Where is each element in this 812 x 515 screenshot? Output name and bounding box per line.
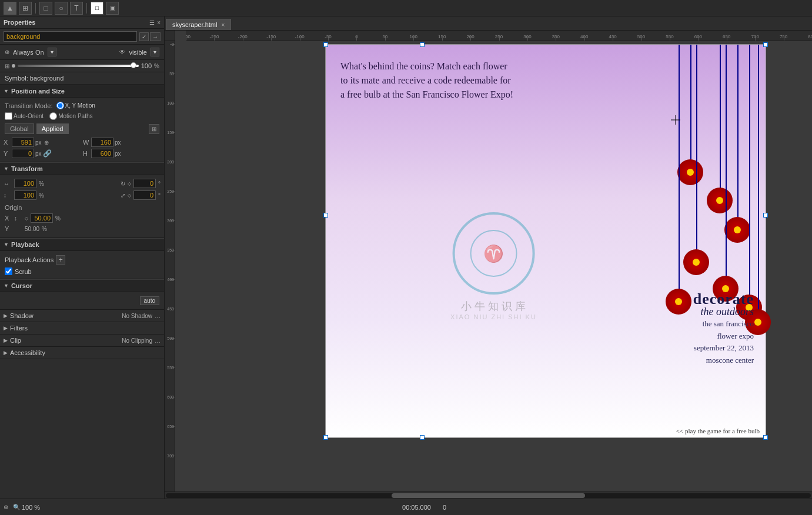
motion-paths-option[interactable]: Motion Paths [49, 112, 92, 120]
opacity-slider-thumb [131, 62, 136, 68]
panel-menu-icon[interactable]: ☰ [149, 19, 155, 26]
clip-expand[interactable]: … [155, 337, 161, 344]
stage-content-text: What's behind the coins? Match each flow… [340, 59, 517, 102]
x-constraint: ⊕ [44, 139, 49, 146]
tab-bar: skyscraper.html × [165, 16, 812, 31]
transform-arrow: ▼ [4, 166, 9, 172]
status-bar: ⊕ 🔍 100 % 00:05.000 0 [0, 499, 812, 515]
symbol-row: Symbol: background [0, 72, 164, 85]
y-input[interactable] [12, 149, 34, 158]
play-game-text: << play the game for a free bulb [676, 427, 760, 434]
cursor-auto-btn[interactable]: auto [140, 296, 159, 305]
x-input[interactable] [12, 138, 34, 147]
playback-header[interactable]: ▼ Playback [0, 238, 164, 251]
symbol-value: background [30, 75, 64, 82]
top-ruler: -300-250-200-150-100-5005010015020025030… [186, 31, 812, 41]
origin-x-label: X [5, 215, 12, 222]
rotate-deg: ° [158, 180, 161, 187]
sel-handle-br[interactable] [763, 435, 768, 440]
properties-panel: Properties ☰ × ✓ → ⊕ Always On ▾ 👁 visib… [0, 16, 165, 499]
zoom-icon[interactable]: 🔍 [13, 504, 20, 510]
visible-dropdown[interactable]: ▾ [151, 48, 159, 56]
sel-handle-tm[interactable] [420, 42, 425, 47]
h-scrollbar[interactable] [165, 491, 812, 499]
ellipse-tool[interactable]: ○ [55, 2, 68, 15]
clip-row[interactable]: ▶ Clip No Clipping … [0, 335, 164, 347]
sel-handle-bm[interactable] [420, 435, 425, 440]
canvas-tab-skyscraper[interactable]: skyscraper.html × [166, 19, 231, 30]
cursor-title: Cursor [11, 282, 32, 289]
select-tool[interactable]: ▲ [4, 2, 16, 15]
cursor-header[interactable]: ▼ Cursor [0, 279, 164, 292]
rotate-input[interactable] [133, 179, 156, 188]
flower-center-1 [687, 169, 694, 176]
clip-title: Clip [10, 337, 21, 344]
canvas-scroll[interactable]: 0501001502002503003504004505005506006507… [165, 41, 812, 491]
skew-input[interactable] [133, 190, 156, 200]
symbol-check-btn[interactable]: ✓ [139, 32, 149, 41]
filters-arrow: ▶ [4, 325, 8, 331]
global-tab[interactable]: Global [5, 123, 34, 134]
flower-center-7 [675, 298, 682, 305]
scale-x-input[interactable] [14, 179, 36, 188]
shape1[interactable]: □ [91, 2, 103, 15]
sel-handle-tr[interactable] [763, 42, 768, 47]
add-playback-action-btn[interactable]: + [56, 255, 65, 265]
canvas-inner[interactable]: What's behind the coins? Match each flow… [175, 41, 812, 491]
panel-close-icon[interactable]: × [157, 19, 161, 26]
hanging-line-1 [690, 45, 691, 168]
symbol-arrow-btn[interactable]: → [150, 32, 161, 41]
grid-tool[interactable]: ⊞ [19, 2, 32, 15]
always-on-dropdown[interactable]: ▾ [48, 48, 56, 56]
y-unit: px [35, 151, 42, 157]
sel-handle-tl[interactable] [323, 42, 328, 47]
origin-x-input[interactable] [31, 213, 53, 223]
canvas-area: skyscraper.html × -300-250-200-150-100-5… [165, 16, 812, 499]
sel-handle-bl[interactable] [323, 435, 328, 440]
shadow-expand[interactable]: … [155, 313, 161, 319]
scale-y-input[interactable] [14, 190, 36, 200]
origin-section: Origin X ↕ ◇ % Y 50.00 % [4, 201, 161, 235]
tab-extra-btn[interactable]: ⊞ [149, 124, 159, 134]
transform-title: Transform [11, 165, 43, 172]
toolbar: ▲ ⊞ □ ○ T □ ▣ [0, 0, 812, 16]
accessibility-row[interactable]: ▶ Accessibility [0, 347, 164, 359]
clip-arrow: ▶ [4, 337, 8, 343]
filters-row[interactable]: ▶ Filters [0, 322, 164, 335]
scrub-checkbox[interactable] [5, 267, 12, 275]
shadow-title: Shadow [10, 312, 34, 319]
filters-title: Filters [10, 325, 28, 332]
opacity-slider[interactable] [18, 65, 139, 67]
shadow-row[interactable]: ▶ Shadow No Shadow … [0, 310, 164, 322]
main-layout: Properties ☰ × ✓ → ⊕ Always On ▾ 👁 visib… [0, 16, 812, 499]
scrollbar-thumb[interactable] [392, 493, 585, 498]
skew-icon: ⤢ [121, 192, 125, 199]
rect-tool[interactable]: □ [39, 2, 52, 15]
scrub-row: Scrub [4, 266, 161, 276]
time-value: 00:05.000 [402, 504, 431, 511]
xy-motion-option[interactable]: X, Y Motion [56, 102, 95, 109]
w-input[interactable] [91, 138, 113, 147]
shape2[interactable]: ▣ [106, 2, 119, 15]
applied-tab[interactable]: Applied [36, 123, 69, 134]
cursor-content: auto [0, 292, 164, 310]
scrollbar-track[interactable] [166, 493, 811, 498]
position-size-header[interactable]: ▼ Position and Size [0, 85, 164, 98]
stage[interactable]: What's behind the coins? Match each flow… [325, 44, 766, 438]
text-tool[interactable]: T [70, 2, 83, 15]
position-size-arrow: ▼ [4, 88, 9, 94]
accessibility-arrow: ▶ [4, 350, 8, 356]
origin-label: Origin [5, 203, 159, 212]
opacity-dot [12, 64, 15, 68]
transform-header[interactable]: ▼ Transform [0, 162, 164, 175]
status-crosshair-icon[interactable]: ⊕ [4, 504, 8, 510]
expo-line1: the san francisco [693, 318, 754, 330]
sel-handle-mr[interactable] [763, 213, 768, 218]
auto-orient-option[interactable]: Auto-Orient [5, 112, 44, 120]
sel-handle-ml[interactable] [323, 213, 328, 218]
canvas-tab-name: skyscraper.html [172, 21, 217, 28]
symbol-name-input[interactable] [4, 31, 137, 42]
flower-center-8 [754, 319, 761, 326]
canvas-tab-close[interactable]: × [221, 22, 225, 28]
h-input[interactable] [91, 149, 113, 158]
